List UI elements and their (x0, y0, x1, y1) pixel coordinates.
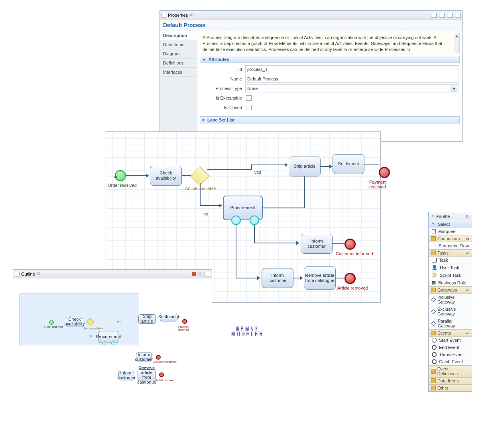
seqflow[interactable] (321, 166, 330, 167)
diamond-icon (431, 321, 436, 326)
properties-icon (161, 13, 166, 18)
minimize-icon[interactable] (447, 13, 453, 18)
maximize-icon[interactable] (455, 13, 461, 18)
edge-no-label: no (203, 212, 208, 216)
attr-processtype-select[interactable]: None ▾ (245, 84, 459, 92)
diamond-icon (431, 309, 436, 314)
palette-throw-event[interactable]: Throw Event (429, 351, 472, 358)
seqflow[interactable] (364, 164, 379, 165)
attr-isclosed-checkbox[interactable] (246, 105, 252, 110)
minimize-icon[interactable] (205, 272, 210, 276)
palette-group-eventdefinitions[interactable]: Event Definitions (429, 365, 472, 377)
table-icon: ▦ (432, 280, 436, 285)
mini-remove: Remove article from calatogue (138, 369, 156, 381)
sidetab-interfaces[interactable]: Interfaces (160, 68, 197, 77)
close-tab-icon[interactable]: ✕ (37, 271, 40, 276)
seqflow[interactable] (126, 175, 147, 176)
boundary-event-1[interactable] (231, 215, 241, 225)
new-icon[interactable] (431, 13, 437, 18)
attributes-section-header[interactable]: Attributes (200, 56, 460, 63)
end-event-article[interactable] (345, 273, 356, 284)
attributes-grid: Id Name Process Type None ▾ Is Executabl… (200, 63, 460, 114)
seqflow[interactable] (200, 183, 201, 205)
attr-id-label: Id (201, 67, 245, 72)
attr-isexec-checkbox[interactable] (246, 95, 252, 101)
task-inform-customer-1[interactable]: Inform customer (301, 234, 333, 254)
mini-procurement: Procurement (98, 331, 118, 343)
attr-id-input[interactable] (245, 65, 459, 73)
palette-group-other[interactable]: Other (429, 384, 472, 392)
palette-task[interactable]: Task (429, 257, 472, 264)
seqflow[interactable] (200, 205, 220, 206)
chevron-right-icon[interactable]: ▷ (466, 214, 469, 219)
outline-minimap[interactable]: Order received Check availability Articl… (16, 281, 199, 392)
mini-check: Check availability (66, 317, 83, 327)
collapse-icon[interactable]: ∞ (466, 251, 469, 255)
lanesetlist-section-header[interactable]: Lane Set List (200, 116, 460, 123)
mini-start (49, 320, 54, 325)
seqflow[interactable] (236, 225, 236, 278)
end-event-payment[interactable] (379, 167, 390, 178)
palette-sequence-flow[interactable]: →Sequence Flow (429, 242, 472, 249)
task-remove-article[interactable]: Remove article from calatogue (304, 266, 336, 290)
palette-select-tool[interactable]: ↖Select (428, 220, 472, 228)
seqflow[interactable] (236, 278, 258, 278)
seqflow[interactable] (336, 278, 345, 278)
palette-group-gateways[interactable]: Gateways∞ (429, 286, 472, 294)
sidetab-dataitems[interactable]: Data Items (160, 40, 197, 49)
bpmn2-modeler-logo: BPMN2 MODELER (231, 327, 264, 336)
attr-name-input[interactable] (245, 75, 459, 83)
mode-b-icon[interactable] (198, 272, 202, 276)
sidetab-description[interactable]: Description (160, 31, 197, 40)
seqflow[interactable] (254, 243, 297, 243)
chevron-down-icon[interactable]: ▾ (451, 85, 457, 92)
mini-ship: Ship article (138, 314, 156, 324)
palette-business-rule[interactable]: ▦Business Rule (429, 279, 472, 286)
folder-icon (431, 369, 436, 374)
palette-start-event[interactable]: Start Event (429, 337, 472, 344)
seqflow[interactable] (263, 208, 304, 208)
seqflow[interactable] (207, 169, 251, 170)
palette-group-dataitems[interactable]: Data Items (429, 377, 472, 384)
mini-gateway-label: Article available (83, 327, 103, 330)
description-scrollbar[interactable]: ▲ (454, 33, 459, 53)
seqflow[interactable] (251, 165, 252, 170)
collapse-icon[interactable]: ∞ (466, 236, 469, 241)
seqflow[interactable] (254, 225, 255, 243)
description-textbox[interactable]: A Process Diagram describes a sequence o… (200, 33, 460, 53)
palette-group-tasks[interactable]: Tasks∞ (429, 249, 472, 257)
scroll-up-icon[interactable]: ▲ (454, 33, 459, 38)
palette-exclusive-gateway[interactable]: Exclusive Gateway (429, 306, 472, 317)
sidetab-diagram[interactable]: Diagram (160, 49, 197, 59)
palette-catch-event[interactable]: Catch Event (429, 358, 472, 365)
task-ship-article[interactable]: Ship article (289, 157, 321, 176)
boundary-event-2[interactable] (250, 215, 259, 225)
seqflow[interactable] (304, 176, 305, 208)
palette-group-connectors[interactable]: Connectors∞ (429, 235, 472, 242)
properties-sidetabs: Description Data Items Diagram Definitio… (160, 31, 197, 141)
palette-parallel-gateway[interactable]: Parallel Gateway (429, 317, 472, 329)
close-tab-icon[interactable]: ✕ (189, 12, 193, 18)
palette-group-events[interactable]: Events∞ (429, 329, 472, 337)
palette-header[interactable]: ✦Palette ▷ (429, 212, 472, 220)
palette-script-task[interactable]: 📜Script Task (429, 271, 472, 279)
collapse-icon[interactable]: ∞ (466, 288, 469, 292)
palette-user-task[interactable]: 👤User Task (429, 264, 472, 271)
menu-icon[interactable] (439, 13, 445, 18)
mode-a-icon[interactable] (192, 272, 196, 276)
palette-marquee-tool[interactable]: Marquee (429, 228, 472, 235)
folder-icon (431, 378, 436, 383)
task-check-availability[interactable]: Check availability (150, 166, 182, 186)
palette-inclusive-gateway[interactable]: Inclusive Gateway (429, 294, 472, 306)
palette-end-event[interactable]: End Event (429, 344, 472, 351)
seqflow[interactable] (251, 165, 285, 165)
sidetab-definitions[interactable]: Definitions (160, 59, 197, 68)
task-inform-customer-2[interactable]: Inform customer (262, 268, 293, 288)
collapse-icon[interactable]: ∞ (466, 331, 469, 335)
task-settlement[interactable]: Settlement (333, 154, 364, 174)
seqflow[interactable] (333, 243, 345, 244)
circle-thick-icon (432, 345, 437, 350)
end-event-customer[interactable] (345, 239, 356, 250)
circle-icon (432, 338, 437, 343)
outline-body[interactable]: Order received Check availability Articl… (13, 278, 212, 399)
